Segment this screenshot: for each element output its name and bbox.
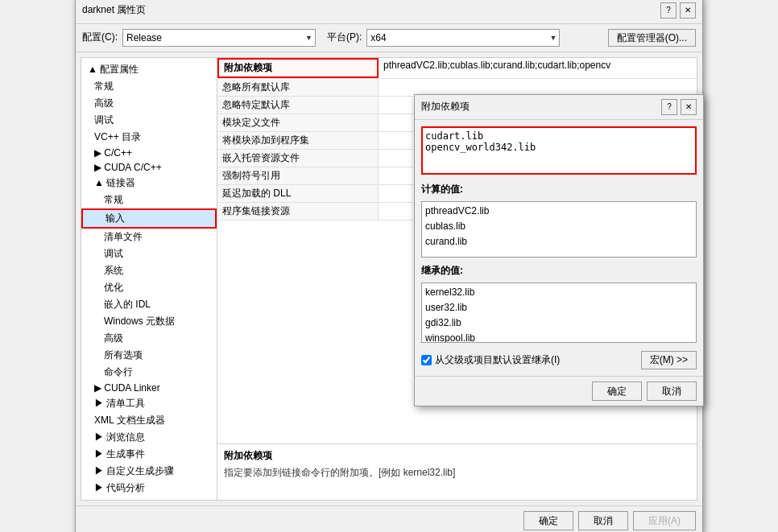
inherit-checkbox-label: 从父级或项目默认设置继承(I): [435, 353, 560, 367]
tree-item[interactable]: 所有选项: [81, 347, 217, 364]
tree-item[interactable]: ▶ 自定义生成步骤: [81, 463, 217, 480]
tree-item[interactable]: 嵌入的 IDL: [81, 296, 217, 313]
tree-item[interactable]: 调试: [81, 245, 217, 262]
prop-name: 忽略特定默认库: [217, 97, 379, 113]
platform-label: 平台(P):: [327, 31, 362, 44]
description-title: 附加依赖项: [224, 449, 690, 463]
prop-name: 附加依赖项: [217, 58, 379, 78]
tree-item[interactable]: 系统: [81, 262, 217, 279]
platform-select[interactable]: x64: [366, 29, 560, 47]
inherited-list-item: gdi32.lib: [425, 315, 693, 331]
tree-item[interactable]: ▲ 配置属性: [81, 61, 217, 78]
tree-item[interactable]: ▶ 浏览信息: [81, 429, 217, 446]
tree-item[interactable]: ▶ CUDA Linker: [81, 381, 217, 395]
tree-item[interactable]: VC++ 目录: [81, 129, 217, 146]
ok-button[interactable]: 确定: [523, 511, 573, 530]
cancel-button[interactable]: 取消: [578, 511, 628, 530]
macro-button[interactable]: 宏(M) >>: [641, 351, 697, 369]
close-button[interactable]: ✕: [680, 2, 696, 19]
inherited-list-item: winspool.lib: [425, 331, 693, 342]
config-label: 配置(C):: [82, 31, 118, 44]
tree-item[interactable]: 调试: [81, 112, 217, 129]
computed-list-item: pthreadVC2.lib: [425, 204, 693, 219]
tree-item[interactable]: XML 文档生成器: [81, 412, 217, 429]
inherit-checkbox-row: 从父级或项目默认设置继承(I) 宏(M) >>: [421, 351, 697, 369]
tree-item[interactable]: 清单文件: [81, 229, 217, 245]
prop-name: 程序集链接资源: [217, 203, 379, 220]
sub-help-button[interactable]: ?: [661, 99, 677, 115]
sub-dialog: 附加依赖项 ? ✕ 计算的值: pthreadVC2.libcublas.lib…: [414, 94, 704, 406]
tree-item[interactable]: 常规: [81, 78, 217, 95]
prop-name: 延迟加载的 DLL: [217, 185, 379, 202]
sub-ok-button[interactable]: 确定: [592, 381, 642, 401]
prop-row: 附加依赖项pthreadVC2.lib;cublas.lib;curand.li…: [217, 58, 697, 79]
tree-item[interactable]: ▲ 链接器: [81, 175, 217, 192]
config-bar: 配置(C): Release ▼ 平台(P): x64 ▼ 配置管理器(O)..…: [76, 24, 702, 52]
inherited-label: 继承的值:: [421, 264, 697, 278]
config-manager-button[interactable]: 配置管理器(O)...: [608, 29, 696, 47]
tree-item[interactable]: 高级: [81, 95, 217, 112]
main-dialog: darknet 属性页 ? ✕ 配置(C): Release ▼ 平台(P): …: [75, 0, 703, 532]
computed-list-item: curand.lib: [425, 234, 693, 250]
sub-dialog-titlebar: 附加依赖项 ? ✕: [415, 95, 703, 120]
tree-item[interactable]: 命令行: [81, 364, 217, 381]
inherited-list-item: kernel32.lib: [425, 285, 693, 300]
platform-select-wrapper: x64 ▼: [366, 29, 560, 47]
inherited-list: kernel32.libuser32.libgdi32.libwinspool.…: [421, 282, 697, 343]
tree-item[interactable]: 输入: [81, 208, 217, 229]
inherited-list-item: user32.lib: [425, 300, 693, 315]
sub-dialog-footer: 确定 取消: [415, 376, 703, 406]
tree-item[interactable]: 高级: [81, 330, 217, 347]
prop-name: 将模块添加到程序集: [217, 132, 379, 149]
description-box: 附加依赖项 指定要添加到链接命令行的附加项。[例如 kernel32.lib]: [217, 443, 697, 500]
sub-dialog-body: 计算的值: pthreadVC2.libcublas.libcurand.lib…: [415, 120, 703, 376]
computed-list: pthreadVC2.libcublas.libcurand.lib: [421, 201, 697, 258]
config-select-wrapper: Release ▼: [122, 29, 316, 47]
tree-item[interactable]: ▶ 清单工具: [81, 395, 217, 412]
tree-item[interactable]: ▶ 代码分析: [81, 480, 217, 497]
titlebar-buttons: ? ✕: [660, 2, 696, 19]
main-titlebar: darknet 属性页 ? ✕: [76, 0, 702, 24]
sub-titlebar-buttons: ? ✕: [661, 99, 697, 115]
inherit-checkbox[interactable]: [421, 355, 432, 365]
sub-cancel-button[interactable]: 取消: [647, 381, 697, 401]
tree-item[interactable]: ▶ CUDA C/C++: [81, 160, 217, 175]
help-button[interactable]: ?: [660, 2, 677, 19]
tree-item[interactable]: 常规: [81, 192, 217, 208]
prop-value[interactable]: [379, 79, 697, 96]
prop-name: 嵌入托管资源文件: [217, 150, 379, 167]
sub-dialog-title: 附加依赖项: [421, 100, 470, 113]
prop-name: 模块定义文件: [217, 114, 379, 131]
sub-edit-textarea[interactable]: [421, 126, 697, 175]
tree-item[interactable]: 优化: [81, 279, 217, 296]
computed-list-item: cublas.lib: [425, 219, 693, 234]
config-select[interactable]: Release: [122, 29, 316, 47]
tree-item[interactable]: ▶ C/C++: [81, 146, 217, 160]
apply-button[interactable]: 应用(A): [633, 511, 696, 530]
prop-name: 忽略所有默认库: [217, 79, 379, 96]
computed-label: 计算的值:: [421, 183, 697, 196]
prop-value[interactable]: pthreadVC2.lib;cublas.lib;curand.lib;cud…: [379, 58, 697, 78]
tree-panel: ▲ 配置属性常规高级调试VC++ 目录▶ C/C++▶ CUDA C/C++▲ …: [81, 57, 217, 501]
tree-item[interactable]: ▶ 生成事件: [81, 446, 217, 463]
sub-close-button[interactable]: ✕: [681, 99, 697, 115]
prop-name: 强制符号引用: [217, 167, 379, 184]
tree-item[interactable]: Windows 元数据: [81, 313, 217, 330]
main-dialog-title: darknet 属性页: [82, 3, 146, 17]
main-dialog-footer: 确定 取消 应用(A): [76, 505, 702, 533]
description-text: 指定要添加到链接命令行的附加项。[例如 kernel32.lib]: [224, 466, 690, 480]
